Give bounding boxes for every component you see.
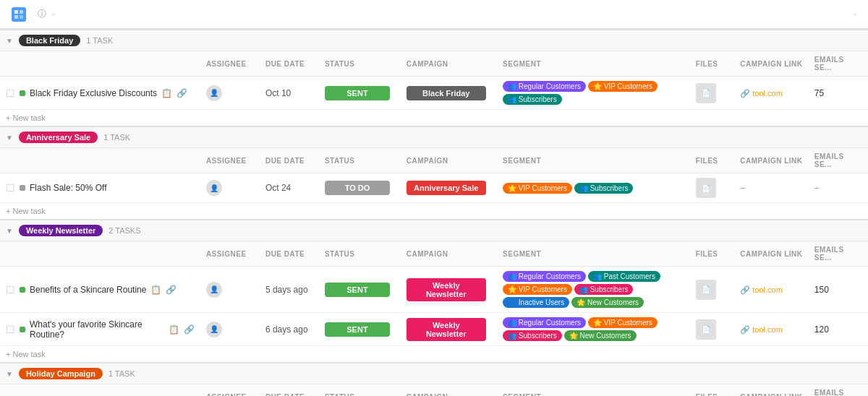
status-cell[interactable]: SENT xyxy=(319,313,401,346)
file-thumb[interactable]: 📄 xyxy=(696,319,716,340)
status-badge[interactable]: SENT xyxy=(325,283,390,297)
new-task-link[interactable]: + New task xyxy=(6,207,46,215)
campaign-badge[interactable]: Black Friday xyxy=(407,86,486,100)
col-files-header: FILES xyxy=(690,241,735,267)
campaign-link[interactable]: 🔗 tool.com xyxy=(740,89,783,98)
group-toggle-black-friday[interactable]: ▼ xyxy=(6,37,13,45)
svg-rect-1 xyxy=(20,10,23,14)
due-date-cell[interactable]: Oct 24 xyxy=(260,173,319,203)
campaign-badge[interactable]: Weekly Newsletter xyxy=(407,318,486,341)
new-task-button[interactable] xyxy=(52,13,55,16)
group-toggle-anniversary-sale[interactable]: ▼ xyxy=(6,134,13,142)
col-status-header: STATUS xyxy=(319,241,401,267)
segment-tag[interactable]: 👥 Subscribers xyxy=(574,183,634,194)
segment-cell: ⭐ VIP Customers👥 Subscribers xyxy=(497,173,690,203)
status-badge[interactable]: TO DO xyxy=(325,181,390,195)
segment-tag[interactable]: 👥 Subscribers xyxy=(503,94,562,105)
file-thumb[interactable]: 📄 xyxy=(696,280,716,300)
status-badge[interactable]: SENT xyxy=(325,322,390,337)
new-task-link[interactable]: + New task xyxy=(6,113,46,122)
col-assignee-header: ASSIGNEE xyxy=(200,51,260,77)
segment-cell: 👥 Regular Customers⭐ VIP Customers👥 Subs… xyxy=(497,313,690,346)
assignee-avatar[interactable]: 👤 xyxy=(206,322,222,337)
task-checkbox[interactable]: ☐ xyxy=(6,87,15,99)
due-date-cell[interactable]: 5 days ago xyxy=(260,267,319,313)
new-task-row: + New task xyxy=(0,110,868,127)
segment-tag[interactable]: 🌟 New Customers xyxy=(571,297,644,308)
group-label-weekly-newsletter[interactable]: Weekly Newsletter xyxy=(19,225,103,236)
task-name[interactable]: Benefits of a Skincare Routine xyxy=(30,285,146,295)
task-doc-icon: 📋 xyxy=(161,88,172,98)
col-headers-black-friday: ASSIGNEE DUE DATE STATUS CAMPAIGN SEGMEN… xyxy=(0,51,868,77)
group-label-black-friday[interactable]: Black Friday xyxy=(19,35,80,46)
campaign-cell[interactable]: Weekly Newsletter xyxy=(401,313,497,346)
task-name[interactable]: Black Friday Exclusive Discounts xyxy=(30,88,157,98)
task-link-icon[interactable]: 🔗 xyxy=(166,285,176,295)
status-badge[interactable]: SENT xyxy=(325,86,390,100)
group-label-anniversary-sale[interactable]: Anniversary Sale xyxy=(19,132,98,143)
campaign-link[interactable]: 🔗 tool.com xyxy=(740,285,783,294)
segment-tag[interactable]: 👥 Subscribers xyxy=(503,330,562,341)
hide-closed-button[interactable] xyxy=(854,13,856,16)
segment-tag[interactable]: 👥 Past Customers xyxy=(588,271,660,282)
task-name[interactable]: What's your favorite Skincare Routine? xyxy=(30,319,164,340)
col-headers-anniversary-sale: ASSIGNEE DUE DATE STATUS CAMPAIGN SEGMEN… xyxy=(0,148,868,173)
campaign-cell[interactable]: Anniversary Sale xyxy=(401,173,497,203)
task-name[interactable]: Flash Sale: 50% Off xyxy=(30,183,107,193)
assignee-avatar[interactable]: 👤 xyxy=(206,282,222,298)
campaign-link-cell: 🔗 tool.com xyxy=(734,313,809,346)
due-date-cell[interactable]: 6 days ago xyxy=(260,313,319,346)
due-date-cell[interactable]: Oct 10 xyxy=(260,77,319,110)
campaign-cell[interactable]: Black Friday xyxy=(401,77,497,110)
campaign-link[interactable]: 🔗 tool.com xyxy=(740,325,783,334)
assignee-avatar[interactable]: 👤 xyxy=(206,85,222,101)
segment-tag[interactable]: ⭐ VIP Customers xyxy=(588,81,658,92)
assignee-cell: 👤 xyxy=(200,77,260,110)
svg-rect-0 xyxy=(14,10,18,14)
segment-tag[interactable]: 👥 Regular Customers xyxy=(503,81,586,92)
task-link-icon[interactable]: 🔗 xyxy=(176,88,187,98)
table-row: ☐ Flash Sale: 50% Off 👤 Oct 24 TO DO Ann… xyxy=(0,173,868,203)
group-toggle-holiday-campaign[interactable]: ▼ xyxy=(6,370,13,378)
file-thumb[interactable]: 📄 xyxy=(696,83,716,103)
campaign-badge[interactable]: Anniversary Sale xyxy=(407,181,486,195)
campaign-badge[interactable]: Weekly Newsletter xyxy=(407,278,486,301)
status-cell[interactable]: TO DO xyxy=(319,173,401,203)
segment-tag[interactable]: 👤 Inactive Users xyxy=(503,297,569,308)
task-color-dot xyxy=(20,327,25,332)
files-cell: 📄 xyxy=(690,313,735,346)
assignee-avatar[interactable]: 👤 xyxy=(206,180,222,196)
segment-tag[interactable]: 👥 Regular Customers xyxy=(503,271,586,282)
svg-rect-2 xyxy=(14,15,18,19)
emails-cell: 120 xyxy=(809,313,868,346)
group-task-count-holiday-campaign: 1 TASK xyxy=(109,369,135,378)
task-checkbox[interactable]: ☐ xyxy=(6,324,15,335)
task-name-cell: ☐ What's your favorite Skincare Routine?… xyxy=(0,313,200,346)
segment-tag[interactable]: 👥 Subscribers xyxy=(574,284,634,295)
segment-tag[interactable]: ⭐ VIP Customers xyxy=(503,284,572,295)
col-segment-header: SEGMENT xyxy=(497,384,690,397)
segment-tag[interactable]: 👥 Regular Customers xyxy=(503,317,586,328)
campaign-cell[interactable]: Weekly Newsletter xyxy=(401,267,497,313)
task-link-icon[interactable]: 🔗 xyxy=(184,324,195,335)
segment-container: 👥 Regular Customers⭐ VIP Customers👥 Subs… xyxy=(503,81,684,105)
col-campaignlink-header: CAMPAIGN LINK xyxy=(734,384,809,397)
task-color-dot xyxy=(20,185,25,191)
status-cell[interactable]: SENT xyxy=(319,77,401,110)
emails-count: 75 xyxy=(814,88,824,98)
task-checkbox[interactable]: ☐ xyxy=(6,284,15,296)
segment-tag[interactable]: ⭐ VIP Customers xyxy=(588,317,658,328)
col-files-header: FILES xyxy=(690,148,735,173)
segment-tag[interactable]: 🌟 New Customers xyxy=(564,330,637,341)
segment-tag[interactable]: ⭐ VIP Customers xyxy=(503,183,572,194)
new-task-link[interactable]: + New task xyxy=(6,350,46,358)
info-icon[interactable]: ⓘ xyxy=(38,8,46,20)
col-emails-header: EMAILS SE... xyxy=(809,148,868,173)
group-label-holiday-campaign[interactable]: Holiday Campaign xyxy=(19,368,103,379)
group-toggle-weekly-newsletter[interactable]: ▼ xyxy=(6,227,13,235)
status-cell[interactable]: SENT xyxy=(319,267,401,313)
assignee-cell: 👤 xyxy=(200,313,260,346)
col-campaign-header: CAMPAIGN xyxy=(401,241,497,267)
file-thumb[interactable]: 📄 xyxy=(696,178,716,198)
task-checkbox[interactable]: ☐ xyxy=(6,182,15,194)
